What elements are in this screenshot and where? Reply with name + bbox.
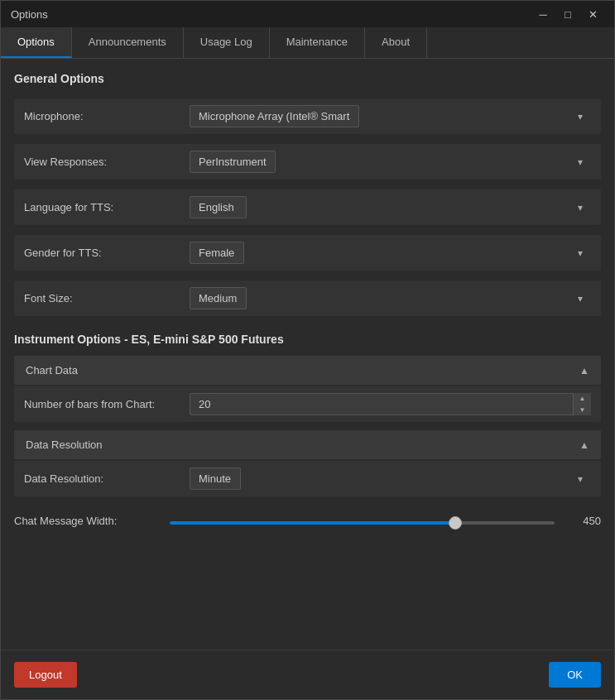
maximize-button[interactable]: □ <box>556 5 579 23</box>
tab-usagelog[interactable]: Usage Log <box>184 27 270 58</box>
data-resolution-chevron: ▲ <box>579 439 589 451</box>
chat-message-width-value: 450 <box>561 515 601 527</box>
data-resolution-label: Data Resolution <box>26 439 103 451</box>
main-content: General Options Microphone: Microphone A… <box>1 59 614 650</box>
data-resolution-row: Data Resolution: Minute Hour Day <box>24 467 591 490</box>
language-tts-select[interactable]: English Spanish French <box>190 196 247 218</box>
instrument-options-section: Instrument Options - ES, E-mini S&P 500 … <box>14 333 601 531</box>
view-responses-row: View Responses: PerInstrument All <box>14 144 601 180</box>
gender-tts-select[interactable]: Female Male <box>190 242 244 264</box>
gender-tts-row: Gender for TTS: Female Male <box>14 235 601 271</box>
bars-decrement-button[interactable]: ▼ <box>574 405 591 416</box>
tab-about[interactable]: About <box>365 27 427 58</box>
font-size-select-wrapper: Small Medium Large <box>190 287 591 309</box>
gender-tts-select-wrapper: Female Male <box>190 242 591 264</box>
view-responses-label: View Responses: <box>24 156 190 168</box>
window-title: Options <box>11 8 48 21</box>
chat-message-width-label: Chat Message Width: <box>14 515 163 527</box>
close-button[interactable]: ✕ <box>581 5 604 23</box>
chart-data-chevron: ▲ <box>579 365 589 376</box>
title-bar: Options ─ □ ✕ <box>1 1 614 27</box>
microphone-row: Microphone: Microphone Array (Intel® Sma… <box>14 98 601 134</box>
data-resolution-select[interactable]: Minute Hour Day <box>190 467 241 490</box>
language-tts-label: Language for TTS: <box>24 201 190 213</box>
tab-options[interactable]: Options <box>1 27 72 58</box>
microphone-select[interactable]: Microphone Array (Intel® Smart Default M… <box>190 105 359 127</box>
view-responses-select[interactable]: PerInstrument All <box>190 151 276 173</box>
language-tts-select-wrapper: English Spanish French <box>190 196 591 218</box>
data-resolution-select-wrapper: Minute Hour Day <box>190 467 591 490</box>
chart-data-header[interactable]: Chart Data ▲ <box>14 356 601 385</box>
microphone-label: Microphone: <box>24 110 190 122</box>
bars-spinners: ▲ ▼ <box>573 393 591 415</box>
window-controls: ─ □ ✕ <box>531 5 604 23</box>
data-resolution-header[interactable]: Data Resolution ▲ <box>14 430 601 459</box>
bars-from-chart-row: Number of bars from Chart: ▲ ▼ <box>24 393 591 415</box>
logout-button[interactable]: Logout <box>14 662 77 688</box>
bars-from-chart-input[interactable] <box>190 393 591 415</box>
data-resolution-field-label: Data Resolution: <box>24 472 190 485</box>
slider-wrapper <box>163 513 561 528</box>
tab-maintenance[interactable]: Maintenance <box>270 27 365 58</box>
chart-data-label: Chart Data <box>26 364 78 376</box>
microphone-select-wrapper: Microphone Array (Intel® Smart Default M… <box>190 105 591 127</box>
general-options-title: General Options <box>14 72 601 85</box>
tab-announcements[interactable]: Announcements <box>72 27 184 58</box>
data-resolution-content: Data Resolution: Minute Hour Day <box>14 461 601 496</box>
view-responses-select-wrapper: PerInstrument All <box>190 151 591 173</box>
font-size-row: Font Size: Small Medium Large <box>14 280 601 316</box>
ok-button[interactable]: OK <box>549 662 601 688</box>
bars-from-chart-input-wrapper: ▲ ▼ <box>190 393 591 415</box>
instrument-options-title: Instrument Options - ES, E-mini S&P 500 … <box>14 333 601 346</box>
footer: Logout OK <box>1 650 614 699</box>
bars-increment-button[interactable]: ▲ <box>574 393 591 405</box>
language-tts-row: Language for TTS: English Spanish French <box>14 189 601 225</box>
font-size-select[interactable]: Small Medium Large <box>190 287 247 309</box>
bars-from-chart-label: Number of bars from Chart: <box>24 398 190 410</box>
tab-bar: Options Announcements Usage Log Maintena… <box>1 27 614 59</box>
options-window: Options ─ □ ✕ Options Announcements Usag… <box>0 0 615 700</box>
gender-tts-label: Gender for TTS: <box>24 247 190 259</box>
chart-data-content: Number of bars from Chart: ▲ ▼ <box>14 386 601 422</box>
chat-message-width-row: Chat Message Width: 450 <box>14 505 601 531</box>
chat-message-width-slider[interactable] <box>170 521 555 525</box>
minimize-button[interactable]: ─ <box>531 5 555 23</box>
font-size-label: Font Size: <box>24 292 190 304</box>
